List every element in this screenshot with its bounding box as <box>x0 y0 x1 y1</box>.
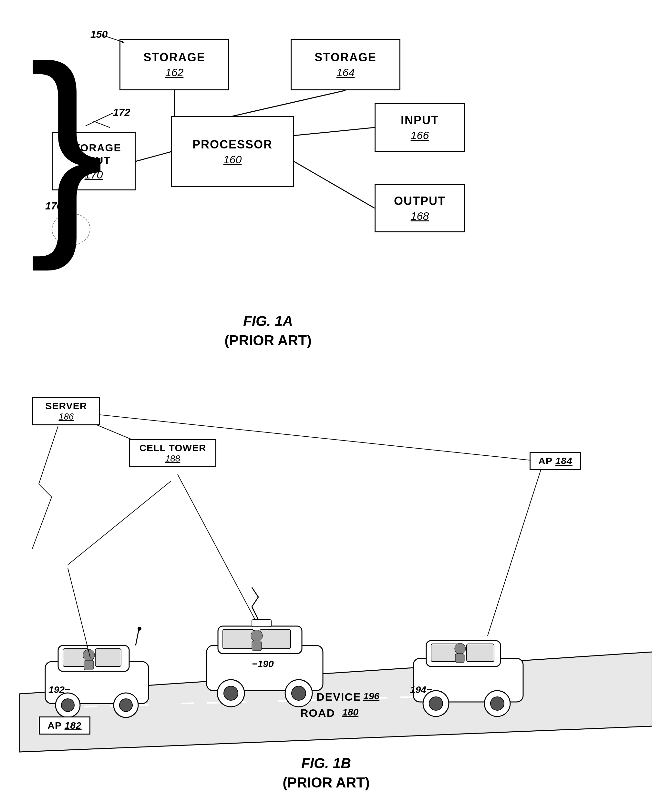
device-num: 196 <box>363 691 380 702</box>
svg-point-47 <box>490 697 504 710</box>
storage-162-num: 162 <box>165 66 184 79</box>
svg-rect-35 <box>252 641 262 651</box>
storage-164-box: STORAGE 164 <box>291 39 400 90</box>
car-190 <box>207 588 323 707</box>
svg-line-24 <box>136 629 139 646</box>
storage-164-num: 164 <box>337 66 355 79</box>
ref-192: 192− <box>48 684 70 695</box>
celltower-188-box: CELL TOWER 188 <box>129 439 216 467</box>
svg-line-4 <box>136 152 171 161</box>
svg-line-5 <box>294 127 375 136</box>
storage-162-box: STORAGE 162 <box>119 39 229 90</box>
server-num: 186 <box>59 411 74 422</box>
svg-rect-36 <box>252 620 271 627</box>
fig1b-section: SERVER 186 CELL TOWER 188 AP 184 AP 182 … <box>19 387 652 797</box>
svg-line-55 <box>68 481 171 565</box>
svg-line-52 <box>487 465 543 636</box>
fig1a-title: FIG. 1A <box>171 313 365 329</box>
svg-point-33 <box>291 686 306 700</box>
svg-line-51 <box>177 474 255 620</box>
output-168-num: 168 <box>411 210 429 223</box>
fig1b-title: FIG. 1B <box>213 755 439 771</box>
ap-184-box: AP 184 <box>530 452 581 470</box>
server-186-box: SERVER 186 <box>32 397 100 425</box>
fig1a-subtitle: (PRIOR ART) <box>165 333 371 348</box>
storage-162-label: STORAGE <box>143 50 205 64</box>
ap-182-box: AP 182 <box>39 717 90 734</box>
fig1a-section: 150 STORAGE 162 STORAGE 164 172 STORAGE … <box>26 13 639 368</box>
input-166-label: INPUT <box>401 113 439 127</box>
svg-point-45 <box>429 697 443 710</box>
output-168-label: OUTPUT <box>394 194 446 208</box>
svg-rect-23 <box>84 660 94 670</box>
processor-160-box: PROCESSOR 160 <box>171 116 294 187</box>
fig1b-svg <box>19 387 652 797</box>
processor-160-label: PROCESSOR <box>192 138 272 151</box>
ref-190: −190 <box>252 658 274 669</box>
celltower-num: 188 <box>165 454 181 464</box>
car-192 <box>45 627 148 717</box>
svg-line-39 <box>252 588 258 597</box>
svg-line-38 <box>252 597 258 607</box>
svg-rect-43 <box>467 644 494 662</box>
input-166-box: INPUT 166 <box>375 103 465 152</box>
svg-rect-42 <box>431 644 458 662</box>
output-168-box: OUTPUT 168 <box>375 184 465 233</box>
svg-line-3 <box>233 90 346 116</box>
svg-point-21 <box>119 699 133 712</box>
road-label: ROAD <box>300 707 335 719</box>
svg-line-54 <box>68 568 90 658</box>
svg-point-31 <box>224 686 238 700</box>
ap-182-label: AP 182 <box>48 720 82 731</box>
brace-150: } <box>29 32 105 258</box>
page: 150 STORAGE 162 STORAGE 164 172 STORAGE … <box>0 0 671 812</box>
svg-line-37 <box>252 607 258 620</box>
svg-point-48 <box>455 643 466 654</box>
svg-rect-17 <box>95 649 121 666</box>
svg-rect-49 <box>455 654 464 663</box>
input-166-num: 166 <box>411 129 429 142</box>
svg-rect-28 <box>223 629 254 649</box>
svg-point-34 <box>251 630 262 642</box>
fig1b-subtitle: (PRIOR ART) <box>207 775 446 791</box>
ref-172: 172 <box>113 107 130 119</box>
svg-line-6 <box>294 161 375 208</box>
svg-point-25 <box>138 627 141 630</box>
celltower-label: CELL TOWER <box>139 442 206 454</box>
ref-194: 194− <box>410 684 432 695</box>
device-label: DEVICE <box>317 691 361 703</box>
svg-rect-29 <box>260 629 291 649</box>
storage-164-label: STORAGE <box>315 50 376 64</box>
road-num: 180 <box>342 707 358 718</box>
ap-184-label: AP 184 <box>538 455 572 466</box>
server-label: SERVER <box>46 401 87 411</box>
processor-160-num: 160 <box>223 153 242 166</box>
svg-point-19 <box>61 699 74 712</box>
